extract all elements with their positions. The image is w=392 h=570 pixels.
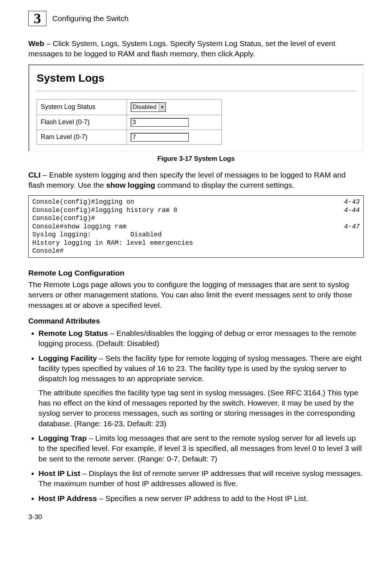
row-ram-level: Ram Level (0-7): [37, 130, 222, 144]
attr-desc: – Displays the list of remote server IP …: [38, 469, 363, 488]
attr-name: Logging Trap: [38, 434, 87, 442]
attr-name: Logging Facility: [38, 354, 97, 362]
remote-log-intro: The Remote Logs page allows you to confi…: [28, 280, 364, 310]
attr-name: Host IP List: [38, 469, 80, 477]
code-line: Syslog logging: Disabled: [32, 231, 162, 238]
page-header: 3 Configuring the Switch: [28, 11, 364, 26]
web-paragraph: Web – Click System, Logs, System Logs. S…: [28, 38, 364, 59]
cli-code-block: Console(config)#logging on4-43Console(co…: [28, 195, 364, 258]
select-value: Disabled: [132, 103, 159, 111]
list-item: Logging Trap – Limits log messages that …: [38, 433, 364, 464]
code-line: History logging in RAM: level emergencie…: [32, 239, 193, 247]
web-label: Web: [28, 39, 44, 48]
attr-desc-extra: The attribute specifies the facility typ…: [38, 388, 364, 429]
list-item: Remote Log Status – Enables/disables the…: [38, 328, 364, 349]
panel-title: System Logs: [37, 72, 356, 84]
system-logs-screenshot: System Logs System Log Status Disabled ▼…: [28, 64, 364, 151]
system-logs-form: System Log Status Disabled ▼ Flash Level…: [37, 99, 222, 145]
cli-text-2: command to display the current settings.: [155, 181, 294, 189]
ram-level-input[interactable]: [131, 133, 189, 142]
attr-name: Remote Log Status: [38, 329, 108, 337]
row-flash-level: Flash Level (0-7): [37, 115, 222, 130]
attr-desc: – Specifies a new server IP address to a…: [97, 494, 308, 502]
command-attributes-list: Remote Log Status – Enables/disables the…: [28, 328, 364, 504]
system-log-status-select[interactable]: Disabled ▼: [131, 102, 166, 112]
chapter-number-icon: 3: [28, 11, 46, 26]
code-ref: 4-47: [344, 223, 360, 231]
label-system-log-status: System Log Status: [37, 99, 127, 115]
list-item: Logging Facility – Sets the facility typ…: [38, 353, 364, 429]
code-line: Console#show logging ram: [32, 223, 126, 230]
code-line: Console(config)#logging history ram 0: [32, 207, 177, 214]
page-number: 3-30: [28, 513, 364, 521]
cli-cmd: show logging: [106, 181, 155, 189]
code-ref: 4-43: [344, 198, 360, 206]
flash-level-input[interactable]: [131, 118, 189, 127]
cli-label: CLI: [28, 171, 41, 179]
attr-name: Host IP Address: [38, 494, 97, 502]
label-flash-level: Flash Level (0-7): [37, 115, 127, 130]
code-line: Console(config)#: [32, 215, 95, 222]
code-line: Console(config)#logging on: [32, 198, 134, 205]
code-ref: 4-44: [344, 206, 360, 215]
attr-desc: – Limits log messages that are sent to t…: [38, 434, 362, 463]
figure-caption: Figure 3-17 System Logs: [28, 155, 364, 163]
chapter-title: Configuring the Switch: [52, 14, 128, 23]
chevron-down-icon[interactable]: ▼: [159, 103, 166, 111]
command-attributes-heading: Command Attributes: [28, 317, 364, 325]
label-ram-level: Ram Level (0-7): [37, 130, 127, 144]
code-line: Console#: [32, 247, 64, 255]
chapter-number: 3: [34, 11, 41, 26]
web-text: – Click System, Logs, System Logs. Speci…: [28, 39, 335, 58]
list-item: Host IP List – Displays the list of remo…: [38, 468, 364, 489]
list-item: Host IP Address – Specifies a new server…: [38, 493, 364, 504]
cli-paragraph: CLI – Enable system logging and then spe…: [28, 170, 364, 191]
panel-divider: [37, 91, 356, 91]
remote-log-heading: Remote Log Configuration: [28, 269, 364, 277]
row-system-log-status: System Log Status Disabled ▼: [37, 99, 222, 115]
